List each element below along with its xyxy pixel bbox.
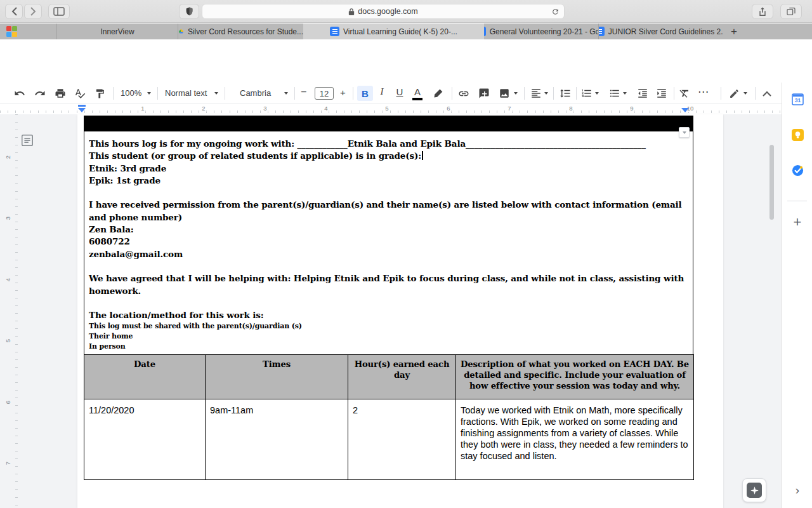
text-line[interactable]: The location/method for this work is: [89, 309, 690, 321]
cell-description[interactable]: Today we worked with Etnik on Math, more… [456, 399, 694, 480]
url-text: docs.google.com [358, 7, 418, 16]
text-line-content: This student (or group of related studen… [89, 150, 421, 161]
text-line[interactable]: Zen Bala: [89, 224, 690, 236]
scrollbar-thumb[interactable] [769, 145, 774, 220]
add-comment-button[interactable] [478, 88, 490, 99]
font-size-decrease-button[interactable]: − [301, 86, 306, 98]
link-icon [458, 88, 469, 100]
dropdown-arrow-icon[interactable] [147, 92, 151, 97]
paragraph-style-select[interactable]: Normal text [165, 88, 207, 98]
pinned-tab-favicon[interactable] [6, 26, 17, 37]
table-options-button[interactable] [679, 127, 690, 138]
text-line[interactable]: I have received permission from the pare… [89, 199, 690, 224]
left-indent-marker[interactable] [78, 105, 86, 107]
text-line[interactable]: This log must be shared with the parent(… [89, 321, 690, 331]
italic-button[interactable]: I [376, 86, 388, 97]
right-margin-marker[interactable] [681, 108, 689, 112]
document-banner[interactable] [84, 116, 693, 131]
header-cell-description[interactable]: Description of what you worked on EACH D… [456, 355, 694, 399]
dropdown-arrow-icon[interactable] [284, 92, 288, 97]
tab-bar: InnerView Silver Cord Resources for Stud… [0, 23, 812, 39]
text-line[interactable]: Epik: 1st grade [89, 175, 690, 187]
address-bar[interactable]: docs.google.com [202, 4, 565, 19]
tab-junior-guidelines[interactable]: JUNIOR Silver Cord Guidelines 2... [598, 23, 723, 39]
text-color-button[interactable]: A [411, 86, 424, 97]
numbered-list-button[interactable] [581, 88, 593, 99]
font-size-input[interactable]: 12 [315, 87, 334, 100]
back-button[interactable] [5, 4, 23, 19]
document-page[interactable]: This hours log is for my ongoing work wi… [77, 114, 723, 508]
decrease-indent-button[interactable] [637, 88, 648, 99]
paint-format-button[interactable] [94, 88, 105, 99]
font-select[interactable]: Cambria [240, 88, 271, 98]
calendar-button[interactable]: 31 [791, 93, 804, 105]
tab-innerview[interactable]: InnerView [56, 23, 178, 39]
text-line[interactable] [89, 297, 690, 309]
chevron-up-icon [763, 91, 771, 97]
underline-button[interactable]: U [393, 86, 406, 97]
explore-button[interactable] [742, 478, 766, 502]
text-line[interactable]: Their home [89, 331, 690, 342]
text-line[interactable] [89, 187, 690, 199]
dropdown-arrow-icon[interactable] [595, 92, 599, 97]
dropdown-arrow-icon[interactable] [544, 92, 548, 97]
left-margin-marker[interactable] [78, 108, 86, 112]
text-line[interactable]: This student (or group of related studen… [89, 150, 690, 162]
cell-date[interactable]: 11/20/2020 [84, 399, 206, 480]
ruler-number: 5 [4, 339, 11, 342]
highlight-button[interactable] [433, 88, 444, 99]
document-text-block[interactable]: This hours log is for my ongoing work wi… [84, 131, 693, 354]
tasks-button[interactable] [791, 164, 804, 177]
text-line[interactable] [89, 260, 690, 272]
spellcheck-button[interactable] [74, 88, 86, 99]
text-line[interactable]: This hours log is for my ongoing work wi… [89, 138, 690, 150]
dropdown-arrow-icon[interactable] [514, 92, 518, 97]
insert-image-button[interactable] [499, 88, 510, 99]
text-line[interactable]: In person [89, 342, 690, 352]
redo-button[interactable] [34, 88, 46, 99]
dropdown-arrow-icon[interactable] [623, 92, 627, 97]
ruler-number: 4 [323, 105, 329, 112]
share-page-button[interactable] [752, 4, 773, 19]
more-options-button[interactable]: ⋯ [698, 85, 709, 98]
refresh-icon[interactable] [551, 7, 560, 18]
dropdown-arrow-icon[interactable] [214, 92, 218, 97]
text-line[interactable]: We have agreed that I will be helping wi… [89, 272, 690, 297]
cell-hours[interactable]: 2 [348, 399, 456, 480]
hide-menus-button[interactable] [761, 88, 773, 99]
text-line[interactable]: 6080722 [89, 236, 690, 248]
font-size-increase-button[interactable]: + [340, 87, 346, 98]
dropdown-arrow-icon[interactable] [743, 92, 747, 97]
bulleted-list-button[interactable] [609, 88, 620, 99]
header-cell-times[interactable]: Times [206, 355, 348, 399]
editing-mode-button[interactable] [728, 88, 740, 99]
undo-button[interactable] [14, 88, 25, 99]
cell-times[interactable]: 9am-11am [206, 399, 348, 480]
zoom-select[interactable]: 100% [121, 88, 141, 98]
clear-formatting-button[interactable] [679, 88, 690, 99]
align-button[interactable] [530, 88, 542, 99]
text-line[interactable]: zenbala@gmail.com [89, 248, 690, 260]
sidebar-toggle-button[interactable] [48, 4, 70, 19]
bold-button[interactable]: B [357, 86, 373, 101]
line-spacing-icon [560, 88, 571, 99]
document-outline-button[interactable] [20, 133, 34, 150]
header-cell-date[interactable]: Date [84, 355, 206, 399]
tab-virtual-learning-guide[interactable]: Virtual Learning Guide( K-5) 20-... [303, 23, 484, 39]
print-button[interactable] [55, 88, 66, 99]
line-spacing-button[interactable] [560, 88, 571, 99]
insert-link-button[interactable] [458, 88, 469, 99]
privacy-shield-button[interactable] [179, 4, 199, 19]
share-icon [758, 6, 767, 17]
increase-indent-button[interactable] [656, 88, 667, 99]
tab-silver-cord-resources[interactable]: Silver Cord Resources for Stude... [178, 23, 303, 39]
tab-general-volunteering[interactable]: General Volunteering 20-21 - Go... [484, 23, 598, 39]
forward-button[interactable] [24, 4, 42, 19]
text-line[interactable]: Etnik: 3rd grade [89, 163, 690, 175]
header-cell-hours[interactable]: Hour(s) earned each day [348, 355, 456, 399]
collapse-panel-button[interactable]: › [789, 483, 806, 498]
new-tab-button[interactable]: + [724, 23, 743, 39]
keep-button[interactable] [791, 128, 804, 141]
add-addon-button[interactable]: + [790, 215, 805, 230]
tab-overview-button[interactable] [780, 4, 802, 19]
